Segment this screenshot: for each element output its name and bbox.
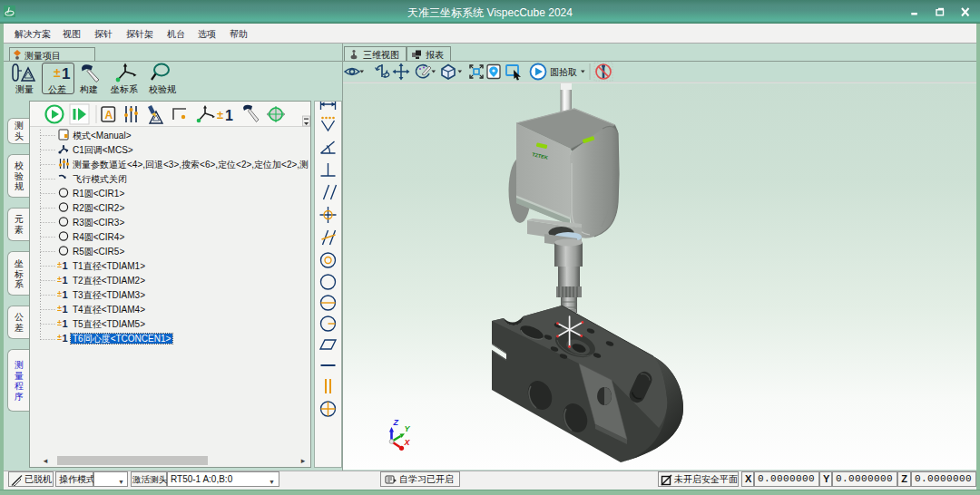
svg-text:1: 1 xyxy=(63,304,68,315)
svg-text:±: ± xyxy=(57,289,62,298)
svg-text:±: ± xyxy=(57,318,62,327)
svg-text:1: 1 xyxy=(62,65,70,82)
svg-text:±: ± xyxy=(57,304,62,313)
svg-text:1: 1 xyxy=(63,260,68,271)
svg-text:圆拾取: 圆拾取 xyxy=(550,67,577,77)
svg-text:Y: Y xyxy=(405,424,411,433)
svg-text:1: 1 xyxy=(63,275,68,286)
svg-text:Z: Z xyxy=(393,418,399,427)
svg-text:1: 1 xyxy=(63,333,68,344)
svg-text:±: ± xyxy=(57,333,62,342)
svg-text:±: ± xyxy=(57,275,62,284)
svg-text:±: ± xyxy=(217,108,223,121)
svg-text:±: ± xyxy=(54,65,61,80)
svg-text:1: 1 xyxy=(63,289,68,300)
svg-text:1: 1 xyxy=(63,318,68,329)
svg-text:X: X xyxy=(404,438,411,447)
svg-text:1: 1 xyxy=(225,108,233,123)
svg-text:A: A xyxy=(105,109,113,121)
svg-text:±: ± xyxy=(57,260,62,269)
